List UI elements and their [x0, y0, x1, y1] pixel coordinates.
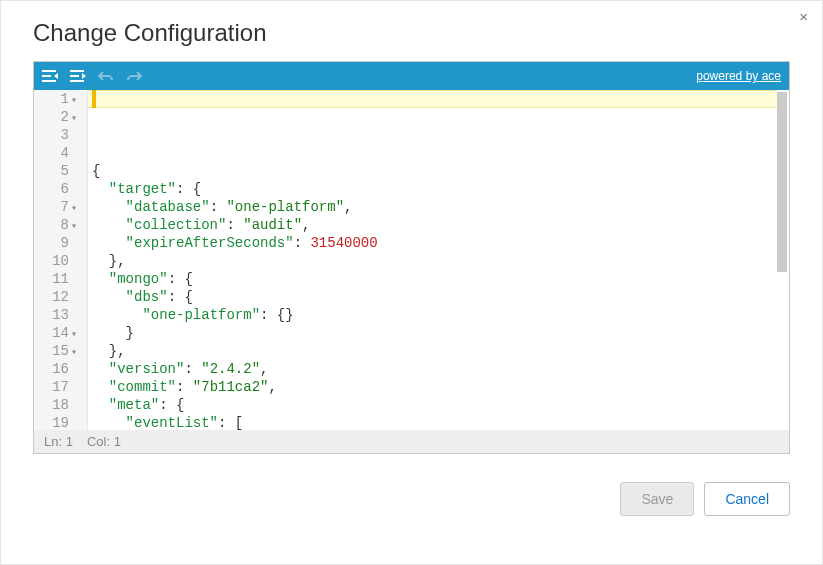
svg-rect-0: [42, 70, 56, 72]
redo-icon[interactable]: [126, 68, 142, 84]
indent-left-icon[interactable]: [42, 68, 58, 84]
status-bar: Ln: 1 Col: 1: [34, 430, 789, 453]
svg-marker-7: [82, 73, 86, 79]
code-line[interactable]: "meta": {: [92, 396, 789, 414]
code-editor[interactable]: 1▾2▾34567▾8▾91011121314▾15▾16171819 { "t…: [34, 90, 789, 430]
gutter-line: 19: [34, 414, 77, 430]
gutter-line: 14▾: [34, 324, 77, 342]
fold-icon[interactable]: ▾: [67, 344, 77, 354]
fold-icon[interactable]: ▾: [67, 200, 77, 210]
gutter-line: 5: [34, 162, 77, 180]
svg-rect-6: [70, 80, 84, 82]
gutter-line: 6: [34, 180, 77, 198]
gutter-line: 17: [34, 378, 77, 396]
gutter-line: 1▾: [34, 90, 77, 108]
code-line[interactable]: "expireAfterSeconds": 31540000: [92, 234, 789, 252]
gutter-line: 2▾: [34, 108, 77, 126]
save-button[interactable]: Save: [620, 482, 694, 516]
status-col: Col: 1: [87, 434, 121, 449]
code-line[interactable]: },: [92, 342, 789, 360]
svg-rect-2: [42, 80, 56, 82]
dialog-title: Change Configuration: [33, 19, 790, 47]
code-line[interactable]: "dbs": {: [92, 288, 789, 306]
code-line[interactable]: "one-platform": {}: [92, 306, 789, 324]
code-line[interactable]: {: [92, 162, 789, 180]
gutter-line: 9: [34, 234, 77, 252]
close-icon[interactable]: ×: [799, 9, 808, 24]
gutter-line: 11: [34, 270, 77, 288]
code-line[interactable]: "database": "one-platform",: [92, 198, 789, 216]
code-line[interactable]: },: [92, 252, 789, 270]
cursor: [92, 90, 96, 108]
fold-icon[interactable]: ▾: [67, 326, 77, 336]
indent-right-icon[interactable]: [70, 68, 86, 84]
gutter-line: 18: [34, 396, 77, 414]
gutter-line: 4: [34, 144, 77, 162]
toolbar-left: [42, 68, 142, 84]
fold-icon[interactable]: ▾: [67, 92, 77, 102]
status-line: Ln: 1: [44, 434, 73, 449]
code-line[interactable]: "version": "2.4.2",: [92, 360, 789, 378]
svg-marker-3: [54, 73, 58, 79]
gutter-line: 12: [34, 288, 77, 306]
gutter-line: 10: [34, 252, 77, 270]
code-line[interactable]: "target": {: [92, 180, 789, 198]
fold-icon[interactable]: ▾: [67, 218, 77, 228]
dialog-footer: Save Cancel: [33, 482, 790, 516]
code-area[interactable]: { "target": { "database": "one-platform"…: [88, 90, 789, 430]
code-line[interactable]: }: [92, 324, 789, 342]
gutter-line: 3: [34, 126, 77, 144]
code-line[interactable]: "mongo": {: [92, 270, 789, 288]
gutter-line: 13: [34, 306, 77, 324]
code-line[interactable]: "collection": "audit",: [92, 216, 789, 234]
svg-rect-4: [70, 70, 84, 72]
powered-by-link[interactable]: powered by ace: [696, 69, 781, 83]
gutter: 1▾2▾34567▾8▾91011121314▾15▾16171819: [34, 90, 88, 430]
fold-icon[interactable]: ▾: [67, 110, 77, 120]
editor-container: powered by ace 1▾2▾34567▾8▾91011121314▾1…: [33, 61, 790, 454]
undo-icon[interactable]: [98, 68, 114, 84]
cancel-button[interactable]: Cancel: [704, 482, 790, 516]
gutter-line: 15▾: [34, 342, 77, 360]
gutter-line: 16: [34, 360, 77, 378]
code-line[interactable]: "eventList": [: [92, 414, 789, 430]
gutter-line: 8▾: [34, 216, 77, 234]
active-line-highlight: [88, 90, 777, 108]
editor-toolbar: powered by ace: [34, 62, 789, 90]
svg-rect-5: [70, 75, 79, 77]
gutter-line: 7▾: [34, 198, 77, 216]
code-line[interactable]: "commit": "7b11ca2",: [92, 378, 789, 396]
config-dialog: × Change Configuration powered by ace: [0, 0, 823, 565]
svg-rect-1: [42, 75, 51, 77]
